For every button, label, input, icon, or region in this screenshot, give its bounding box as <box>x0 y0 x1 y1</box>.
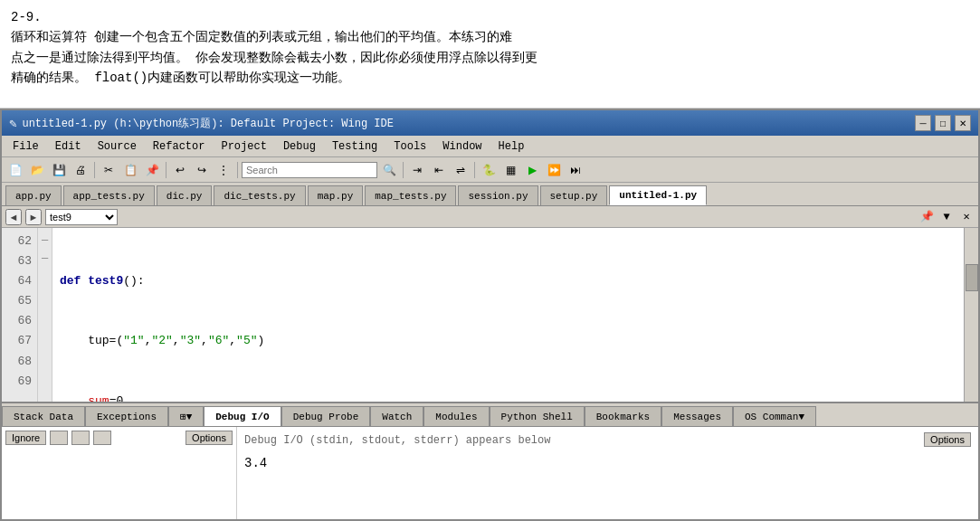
maximize-button[interactable]: □ <box>935 115 951 131</box>
nav-forward-button[interactable]: ► <box>25 209 42 225</box>
menu-bar: File Edit Source Refactor Project Debug … <box>2 136 978 157</box>
toolbar-print[interactable]: 🖨 <box>71 160 90 180</box>
tab-bookmarks[interactable]: Bookmarks <box>585 406 661 426</box>
toolbar-paste[interactable]: 📌 <box>142 160 162 180</box>
toolbar-sep5 <box>474 162 475 178</box>
tab-app-py[interactable]: app.py <box>5 185 62 205</box>
line-num-68: 68 <box>7 352 32 372</box>
pin-icon[interactable]: 📌 <box>918 209 935 225</box>
tab-messages[interactable]: Messages <box>661 406 733 426</box>
menu-tools[interactable]: Tools <box>386 138 433 155</box>
minimize-button[interactable]: ─ <box>915 115 931 131</box>
tab-session-py[interactable]: session.py <box>458 185 538 205</box>
left-options-button[interactable]: Options <box>186 431 233 445</box>
tab-modules[interactable]: Modules <box>423 406 489 426</box>
toolbar-undo[interactable]: ↩ <box>170 160 190 180</box>
small-btn-2[interactable] <box>71 431 90 445</box>
line-num-64: 64 <box>7 271 32 291</box>
toolbar-cut[interactable]: ✂ <box>99 160 119 180</box>
tab-app-tests-py[interactable]: app_tests.py <box>63 185 155 205</box>
nav-back-button[interactable]: ◄ <box>5 209 22 225</box>
toolbar-extra[interactable]: ⋮ <box>214 160 233 180</box>
nav-expand-icon[interactable]: ▼ <box>938 209 955 225</box>
tab-map-tests-py[interactable]: map_tests.py <box>365 185 456 205</box>
menu-refactor[interactable]: Refactor <box>146 138 213 155</box>
tab-dic-tests-py[interactable]: dic_tests.py <box>214 185 305 205</box>
editor-area: 62 63 64 65 66 67 68 69 ─ ─ def test9():… <box>2 228 978 402</box>
code-line-63: tup=("1","2","3","6","5") <box>60 331 956 351</box>
search-input[interactable] <box>242 162 377 178</box>
tab-debug-io[interactable]: Debug I/O <box>204 406 281 426</box>
scrollbar-thumb[interactable] <box>966 264 978 291</box>
menu-debug[interactable]: Debug <box>276 138 323 155</box>
debug-io-header-text: Debug I/O (stdin, stdout, stderr) appear… <box>244 432 550 450</box>
line-num-65: 65 <box>7 291 32 311</box>
tab-setup-py[interactable]: setup.py <box>540 185 608 205</box>
tab-stack-data[interactable]: Stack Data <box>2 406 85 426</box>
toolbar-open[interactable]: 📂 <box>27 160 47 180</box>
toolbar-new[interactable]: 📄 <box>5 160 25 180</box>
toolbar-step2[interactable]: ⏭ <box>566 160 585 180</box>
right-options-button[interactable]: Options <box>924 432 971 447</box>
toolbar-copy[interactable]: 📋 <box>120 160 140 180</box>
doc-line2: 循环和运算符 创建一个包含五个固定数值的列表或元组，输出他们的平均值。本练习的难 <box>11 27 969 47</box>
toolbar-redo[interactable]: ↪ <box>192 160 212 180</box>
line-numbers: 62 63 64 65 66 67 68 69 <box>2 228 38 402</box>
toolbar-step[interactable]: ⏩ <box>544 160 564 180</box>
close-button[interactable]: ✕ <box>955 115 971 131</box>
tab-watch[interactable]: Watch <box>370 406 423 426</box>
menu-source[interactable]: Source <box>90 138 144 155</box>
tab-dic-py[interactable]: dic.py <box>157 185 213 205</box>
title-bar-left: ✎ untitled-1.py (h:\python练习题): Default … <box>9 116 394 131</box>
menu-file[interactable]: File <box>5 138 46 155</box>
code-line-62: def test9(): <box>60 271 956 291</box>
line-num-62: 62 <box>7 232 32 251</box>
document-area: 2-9. 循环和运算符 创建一个包含五个固定数值的列表或元组，输出他们的平均值。… <box>0 0 980 109</box>
nav-function-dropdown[interactable]: test9 <box>45 209 118 225</box>
doc-line4: 精确的结果。 float()内建函数可以帮助你实现这一功能。 <box>11 68 969 88</box>
toolbar-sep3 <box>237 162 238 178</box>
debug-io-header-row: Debug I/O (stdin, stdout, stderr) appear… <box>244 432 971 453</box>
tab-os-command[interactable]: OS Comman▼ <box>733 406 816 426</box>
menu-testing[interactable]: Testing <box>325 138 385 155</box>
bottom-right-panel: Debug I/O (stdin, stdout, stderr) appear… <box>237 427 978 519</box>
nav-pin-area: 📌 ▼ ✕ <box>918 209 975 225</box>
bottom-left-controls: Ignore Options <box>5 431 233 445</box>
tab-map-py[interactable]: map.py <box>308 185 364 205</box>
fold-65: ─ <box>38 250 52 268</box>
toolbar-run[interactable]: ▶ <box>522 160 542 180</box>
tab-python-shell[interactable]: Python Shell <box>490 406 585 426</box>
toolbar-search-opts[interactable]: 🔍 <box>379 160 399 180</box>
tab-untitled-py[interactable]: untitled-1.py <box>609 185 707 205</box>
debug-output-value: 3.4 <box>244 453 971 473</box>
small-btn-3[interactable] <box>93 431 111 445</box>
doc-line1: 2-9. <box>11 7 969 27</box>
toolbar-indent-more[interactable]: ⇥ <box>407 160 427 180</box>
tab-debug-probe[interactable]: Debug Probe <box>281 406 371 426</box>
menu-window[interactable]: Window <box>435 138 489 155</box>
toolbar-python[interactable]: 🐍 <box>479 160 499 180</box>
small-btn-1[interactable] <box>50 431 68 445</box>
toolbar-sep1 <box>94 162 95 178</box>
title-bar-controls: ─ □ ✕ <box>915 115 971 131</box>
code-line-64: sum=0 <box>60 392 956 402</box>
fold-column: ─ ─ <box>38 228 52 402</box>
tab-exceptions[interactable]: Exceptions <box>85 406 168 426</box>
toolbar-indent-auto[interactable]: ⇌ <box>451 160 471 180</box>
code-editor[interactable]: def test9(): tup=("1","2","3","6","5") s… <box>52 228 964 402</box>
line-num-67: 67 <box>7 331 32 351</box>
menu-edit[interactable]: Edit <box>48 138 89 155</box>
toolbar-sep2 <box>166 162 167 178</box>
toolbar-save[interactable]: 💾 <box>49 160 69 180</box>
tab-io-toggle[interactable]: ⊞▼ <box>168 406 204 426</box>
ignore-button[interactable]: Ignore <box>5 431 46 445</box>
editor-scrollbar[interactable] <box>964 228 978 402</box>
toolbar-sep4 <box>403 162 404 178</box>
menu-project[interactable]: Project <box>214 138 273 155</box>
fold-62: ─ <box>38 232 52 250</box>
toolbar-indent-less[interactable]: ⇤ <box>429 160 449 180</box>
line-num-66: 66 <box>7 311 32 331</box>
nav-close-icon[interactable]: ✕ <box>958 209 975 225</box>
menu-help[interactable]: Help <box>491 138 532 155</box>
toolbar-debug1[interactable]: ▦ <box>500 160 520 180</box>
